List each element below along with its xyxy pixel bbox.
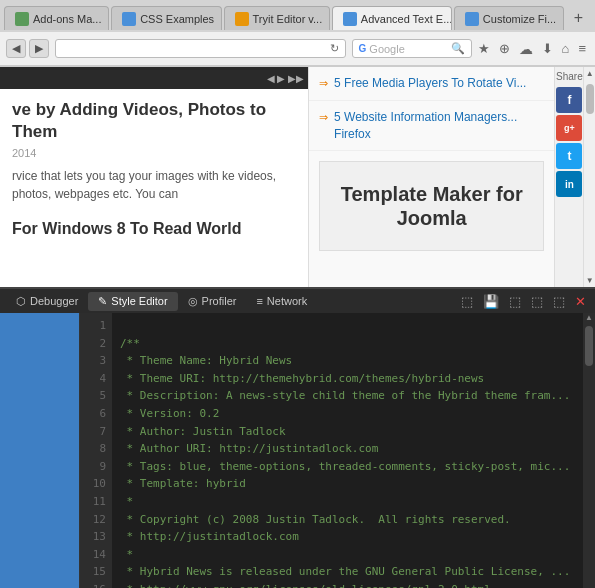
profiler-tab[interactable]: ◎ Profiler	[178, 292, 247, 311]
article-date: 2014	[12, 147, 296, 159]
code-scroll-up[interactable]: ▲	[585, 313, 593, 322]
sidebar-link-1: 5 Free Media Players To Rotate Vi...	[334, 75, 526, 92]
split-panel-button[interactable]: ⬚	[528, 294, 546, 309]
tab-label-customize: Customize Fi...	[483, 13, 556, 25]
code-line-8: * Tags: blue, theme-options, threaded-co…	[120, 460, 570, 473]
code-line-3: * Theme URI: http://themehybrid.com/them…	[120, 372, 484, 385]
vertical-scrollbar[interactable]: ▲	[583, 313, 595, 588]
sidebar-link-2: 5 Website Information Managers... Firefo…	[334, 109, 544, 143]
network-icon: ≡	[256, 295, 262, 307]
profiler-icon: ◎	[188, 295, 198, 308]
dev-toolbar: ⬡ Debugger ✎ Style Editor ◎ Profiler ≡ N…	[0, 287, 595, 313]
code-line-9: * Template: hybrid	[120, 477, 246, 490]
template-box: Template Maker for Joomla	[319, 161, 544, 251]
sidebar-item-1[interactable]: ⇒ 5 Free Media Players To Rotate Vi...	[309, 67, 554, 101]
tab-label-tryit: Tryit Editor v...	[253, 13, 323, 25]
template-text: Template Maker for Joomla	[341, 183, 523, 229]
address-bar[interactable]: ↻	[55, 39, 346, 58]
bookmark-icon[interactable]: ★	[475, 39, 493, 58]
tab-label-addons: Add-ons Ma...	[33, 13, 101, 25]
responsive-design-button[interactable]: ⬚	[458, 294, 476, 309]
code-line-2: * Theme Name: Hybrid News	[120, 354, 292, 367]
search-bar[interactable]: G Google 🔍	[352, 39, 472, 58]
code-scroll-thumb[interactable]	[585, 326, 593, 366]
arrow-icon-1: ⇒	[319, 75, 328, 91]
code-line-13: *	[120, 548, 133, 561]
style-editor-label: Style Editor	[111, 295, 167, 307]
code-line-11: * Copyright (c) 2008 Justin Tadlock. All…	[120, 513, 511, 526]
code-line-15: * http://www.gnu.org/licenses/old-licens…	[120, 583, 491, 588]
forward-button[interactable]: ▶	[29, 39, 49, 58]
sidebar-item-2[interactable]: ⇒ 5 Website Information Managers... Fire…	[309, 101, 554, 152]
new-tab-button[interactable]: +	[566, 5, 591, 31]
code-line-1: /**	[120, 337, 140, 350]
code-line-14: * Hybrid News is released under the GNU …	[120, 565, 570, 578]
sync-icon[interactable]: ☁	[516, 39, 536, 59]
code-view[interactable]: 12345 678910 1112131415 16 /** * Theme N…	[80, 313, 595, 588]
add-bookmark-icon[interactable]: ⊕	[496, 39, 513, 58]
linkedin-share-button[interactable]: in	[556, 171, 582, 197]
scroll-down-arrow[interactable]: ▼	[586, 274, 594, 287]
template-preview: Template Maker for Joomla	[309, 151, 554, 261]
tab-icon-tryit	[235, 12, 249, 26]
detach-button[interactable]: ⬚	[550, 294, 568, 309]
tab-addons[interactable]: Add-ons Ma...	[4, 6, 109, 30]
article-text: rvice that lets you tag your images with…	[12, 167, 296, 203]
tab-label-advanced: Advanced Text E...	[361, 13, 452, 25]
code-line-12: * http://justintadlock.com	[120, 530, 299, 543]
download-icon[interactable]: ⬇	[539, 39, 556, 58]
code-line-6: * Author: Justin Tadlock	[120, 425, 286, 438]
line-numbers: 12345 678910 1112131415 16	[80, 313, 112, 588]
code-line-10: *	[120, 495, 133, 508]
article-title: ve by Adding Videos, Photos to Them	[12, 99, 296, 143]
search-icon[interactable]: 🔍	[451, 42, 465, 55]
code-line-5: * Version: 0.2	[120, 407, 219, 420]
facebook-share-button[interactable]: f	[556, 87, 582, 113]
network-tab[interactable]: ≡ Network	[246, 292, 317, 310]
home-icon[interactable]: ⌂	[559, 39, 573, 58]
tab-label-css: CSS Examples	[140, 13, 214, 25]
google-plus-share-button[interactable]: g+	[556, 115, 582, 141]
code-editor-area: 12345 678910 1112131415 16 /** * Theme N…	[0, 313, 595, 588]
code-line-4: * Description: A news-style child theme …	[120, 389, 570, 402]
debugger-label: Debugger	[30, 295, 78, 307]
active-file-indicator	[0, 313, 79, 588]
menu-icon[interactable]: ≡	[575, 39, 589, 58]
webpage-content: ◀ ▶ ▶▶ ve by Adding Videos, Photos to Th…	[0, 67, 309, 287]
media-controls[interactable]: ◀ ▶ ▶▶	[267, 73, 305, 84]
code-line-7: * Author URI: http://justintadlock.com	[120, 442, 378, 455]
profiler-label: Profiler	[202, 295, 237, 307]
tab-bar: Add-ons Ma... CSS Examples Tryit Editor …	[0, 0, 595, 32]
refresh-icon[interactable]: ↻	[330, 42, 339, 55]
back-button[interactable]: ◀	[6, 39, 26, 58]
twitter-share-button[interactable]: t	[556, 143, 582, 169]
tab-css[interactable]: CSS Examples	[111, 6, 221, 30]
tab-tryit[interactable]: Tryit Editor v...	[224, 6, 330, 30]
network-label: Network	[267, 295, 307, 307]
toolbar-right-buttons: ⬚ 💾 ⬚ ⬚ ⬚ ✕	[458, 294, 589, 309]
file-panel	[0, 313, 80, 588]
style-editor-tab[interactable]: ✎ Style Editor	[88, 292, 177, 311]
right-scrollbar[interactable]: ▲ ▼	[583, 67, 595, 287]
save-file-button[interactable]: 💾	[480, 294, 502, 309]
tab-icon-css	[122, 12, 136, 26]
navigation-bar: ◀ ▶ ↻ G Google 🔍 ★ ⊕ ☁ ⬇ ⌂ ≡	[0, 32, 595, 66]
debugger-icon: ⬡	[16, 295, 26, 308]
google-logo: G	[359, 43, 367, 54]
arrow-icon-2: ⇒	[319, 109, 328, 125]
debugger-tab[interactable]: ⬡ Debugger	[6, 292, 88, 311]
sidebar: ⇒ 5 Free Media Players To Rotate Vi... ⇒…	[309, 67, 555, 287]
scroll-up-arrow[interactable]: ▲	[586, 67, 594, 80]
tab-advanced-text[interactable]: Advanced Text E...	[332, 6, 452, 30]
style-editor-icon: ✎	[98, 295, 107, 308]
share-label: Share	[554, 67, 585, 86]
search-placeholder: Google	[369, 43, 450, 55]
toggle-panel-button[interactable]: ⬚	[506, 294, 524, 309]
close-devtools-button[interactable]: ✕	[572, 294, 589, 309]
scroll-thumb[interactable]	[586, 84, 594, 114]
tab-icon-advanced	[343, 12, 357, 26]
media-bar: ◀ ▶ ▶▶	[0, 67, 308, 89]
share-panel: Share f g+ t in	[555, 67, 583, 287]
tab-customize[interactable]: Customize Fi...	[454, 6, 564, 30]
code-content[interactable]: /** * Theme Name: Hybrid News * Theme UR…	[112, 313, 583, 588]
